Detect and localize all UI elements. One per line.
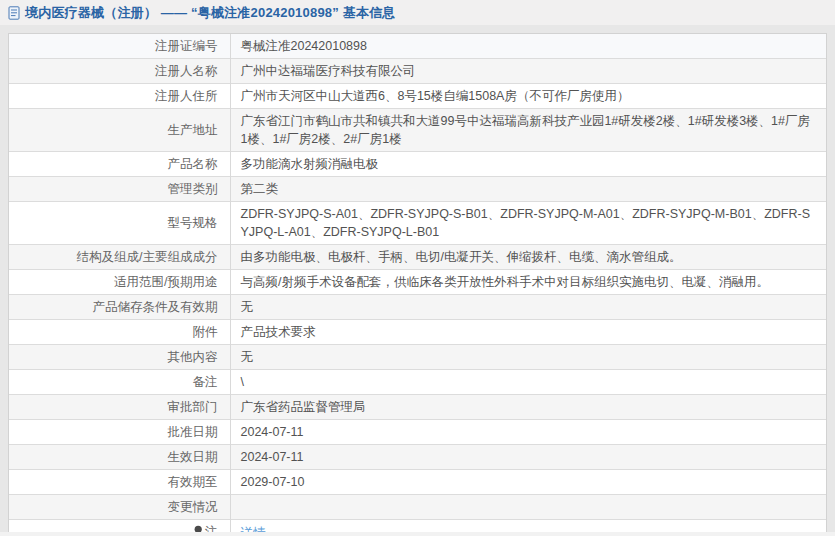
- row-label-text: 结构及组成/主要组成成分: [77, 250, 218, 264]
- row-value: \: [230, 370, 826, 395]
- row-value: 粤械注准20242010898: [230, 34, 826, 59]
- row-value: 广州中达福瑞医疗科技有限公司: [230, 59, 826, 84]
- table-row: 备注\: [9, 370, 826, 395]
- row-value: ZDFR-SYJPQ-S-A01、ZDFR-SYJPQ-S-B01、ZDFR-S…: [230, 202, 826, 245]
- row-label: 结构及组成/主要组成成分: [9, 245, 230, 270]
- row-value-text: 广州市天河区中山大道西6、8号15楼自编1508A房（不可作厂房使用）: [241, 89, 630, 103]
- table-row: 生效日期2024-07-11: [9, 445, 826, 470]
- row-label: 型号规格: [9, 202, 230, 245]
- table-row: 注册证编号粤械注准20242010898: [9, 34, 826, 59]
- registration-info-table: 注册证编号粤械注准20242010898注册人名称广州中达福瑞医疗科技有限公司注…: [8, 33, 827, 536]
- row-label-text: 变更情况: [168, 500, 218, 514]
- row-value: 2024-07-11: [230, 445, 826, 470]
- row-label-text: 生产地址: [168, 123, 218, 137]
- row-value: 广东省药品监督管理局: [230, 395, 826, 420]
- row-value-text: 多功能滴水射频消融电极: [241, 157, 379, 171]
- table-row: 型号规格ZDFR-SYJPQ-S-A01、ZDFR-SYJPQ-S-B01、ZD…: [9, 202, 826, 245]
- row-value: 第二类: [230, 177, 826, 202]
- table-row: 注册人名称广州中达福瑞医疗科技有限公司: [9, 59, 826, 84]
- row-label: 生效日期: [9, 445, 230, 470]
- row-value-text: 产品技术要求: [241, 325, 316, 339]
- row-label: 注册人名称: [9, 59, 230, 84]
- row-value: 广州市天河区中山大道西6、8号15楼自编1508A房（不可作厂房使用）: [230, 84, 826, 109]
- row-label-text: 型号规格: [168, 216, 218, 230]
- row-label-text: 批准日期: [168, 425, 218, 439]
- row-label: 备注: [9, 370, 230, 395]
- row-value: 由多功能电极、电极杆、手柄、电切/电凝开关、伸缩拨杆、电缆、滴水管组成。: [230, 245, 826, 270]
- row-label-text: 注册人名称: [155, 64, 218, 78]
- document-icon: [8, 6, 20, 20]
- row-value-text: 无: [241, 350, 254, 364]
- table-row: 生产地址广东省江门市鹤山市共和镇共和大道99号中达福瑞高新科技产业园1#研发楼2…: [9, 109, 826, 152]
- row-label: 产品名称: [9, 152, 230, 177]
- row-label-text: 生效日期: [168, 450, 218, 464]
- row-value: 2029-07-10: [230, 470, 826, 495]
- row-value-text: 2024-07-11: [241, 450, 304, 464]
- row-label-text: 产品储存条件及有效期: [93, 300, 218, 314]
- row-label: 产品储存条件及有效期: [9, 295, 230, 320]
- title-bar: 境内医疗器械（注册） —— “粤械注准20242010898” 基本信息: [0, 0, 835, 25]
- row-label: 变更情况: [9, 495, 230, 520]
- table-row: 产品名称多功能滴水射频消融电极: [9, 152, 826, 177]
- row-value: 无: [230, 295, 826, 320]
- table-row: 附件产品技术要求: [9, 320, 826, 345]
- row-value-text: 由多功能电极、电极杆、手柄、电切/电凝开关、伸缩拨杆、电缆、滴水管组成。: [241, 250, 682, 264]
- row-label-text: 附件: [193, 325, 218, 339]
- row-label-text: 注册人住所: [155, 89, 218, 103]
- row-value: 与高频/射频手术设备配套，供临床各类开放性外科手术中对目标组织实施电切、电凝、消…: [230, 270, 826, 295]
- row-label: 其他内容: [9, 345, 230, 370]
- table-row: 审批部门广东省药品监督管理局: [9, 395, 826, 420]
- table-row: 注册人住所广州市天河区中山大道西6、8号15楼自编1508A房（不可作厂房使用）: [9, 84, 826, 109]
- row-value-text: 无: [241, 300, 254, 314]
- row-value: 产品技术要求: [230, 320, 826, 345]
- row-label: 生产地址: [9, 109, 230, 152]
- row-value: 广东省江门市鹤山市共和镇共和大道99号中达福瑞高新科技产业园1#研发楼2楼、1#…: [230, 109, 826, 152]
- next-section-edge: [0, 532, 835, 536]
- row-value-text: 2024-07-11: [241, 425, 304, 439]
- row-value-text: 粤械注准20242010898: [241, 39, 367, 53]
- row-label-text: 其他内容: [168, 350, 218, 364]
- row-label: 注册人住所: [9, 84, 230, 109]
- row-label: 批准日期: [9, 420, 230, 445]
- row-label-text: 管理类别: [168, 182, 218, 196]
- table-row: 适用范围/预期用途与高频/射频手术设备配套，供临床各类开放性外科手术中对目标组织…: [9, 270, 826, 295]
- table-row: 结构及组成/主要组成成分由多功能电极、电极杆、手柄、电切/电凝开关、伸缩拨杆、电…: [9, 245, 826, 270]
- table-row: 有效期至2029-07-10: [9, 470, 826, 495]
- row-label-text: 适用范围/预期用途: [114, 275, 217, 289]
- table-row: 管理类别第二类: [9, 177, 826, 202]
- row-label: 注册证编号: [9, 34, 230, 59]
- row-value-text: 广东省药品监督管理局: [241, 400, 366, 414]
- table-row: 产品储存条件及有效期无: [9, 295, 826, 320]
- page-title: 境内医疗器械（注册） —— “粤械注准20242010898” 基本信息: [25, 4, 396, 22]
- row-label: 审批部门: [9, 395, 230, 420]
- row-label: 有效期至: [9, 470, 230, 495]
- row-label-text: 有效期至: [168, 475, 218, 489]
- row-value-text: 广东省江门市鹤山市共和镇共和大道99号中达福瑞高新科技产业园1#研发楼2楼、1#…: [241, 114, 811, 146]
- table-row: 其他内容无: [9, 345, 826, 370]
- table-row: 批准日期2024-07-11: [9, 420, 826, 445]
- row-value: [230, 495, 826, 520]
- row-value: 无: [230, 345, 826, 370]
- row-label-text: 备注: [193, 375, 218, 389]
- row-value: 2024-07-11: [230, 420, 826, 445]
- row-label-text: 注册证编号: [155, 39, 218, 53]
- row-value: 多功能滴水射频消融电极: [230, 152, 826, 177]
- row-value-text: \: [241, 375, 244, 389]
- row-label: 管理类别: [9, 177, 230, 202]
- row-label: 附件: [9, 320, 230, 345]
- row-label-text: 产品名称: [168, 157, 218, 171]
- row-value-text: 广州中达福瑞医疗科技有限公司: [241, 64, 416, 78]
- table-row: 变更情况: [9, 495, 826, 520]
- row-value-text: ZDFR-SYJPQ-S-A01、ZDFR-SYJPQ-S-B01、ZDFR-S…: [241, 207, 810, 239]
- row-value-text: 与高频/射频手术设备配套，供临床各类开放性外科手术中对目标组织实施电切、电凝、消…: [241, 275, 769, 289]
- row-value-text: 2029-07-10: [241, 475, 305, 489]
- row-label-text: 审批部门: [168, 400, 218, 414]
- row-value-text: 第二类: [241, 182, 279, 196]
- row-label: 适用范围/预期用途: [9, 270, 230, 295]
